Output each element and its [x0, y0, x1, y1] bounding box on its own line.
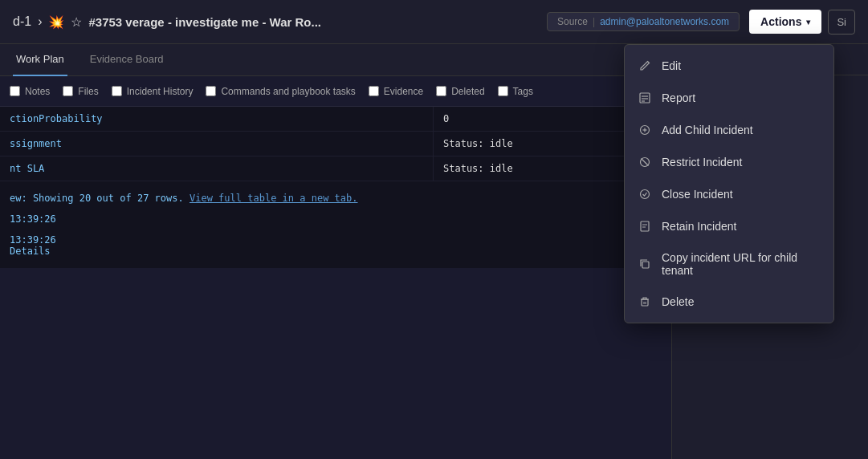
source-badge: Source | admin@paloaltonetworks.com	[547, 12, 740, 31]
copy-url-icon	[638, 257, 652, 271]
menu-item-restrict[interactable]: Restrict Incident	[625, 146, 833, 178]
tab-work-plan[interactable]: Work Plan	[13, 44, 67, 76]
filter-files-checkbox[interactable]	[63, 86, 73, 96]
delete-icon	[638, 294, 652, 309]
svg-point-9	[641, 190, 650, 199]
incident-icon: 💥	[48, 14, 64, 30]
menu-item-report[interactable]: Report	[625, 82, 833, 114]
table-cell-key: nt SLA	[0, 156, 434, 181]
source-label: Source	[557, 16, 588, 27]
menu-close-label: Close Incident	[662, 188, 733, 201]
source-value: admin@paloaltonetworks.com	[600, 16, 729, 27]
actions-button[interactable]: Actions ▾	[749, 10, 821, 34]
menu-retain-label: Retain Incident	[662, 220, 736, 233]
filter-commands-checkbox[interactable]	[206, 86, 216, 96]
dropdown-menu: Edit Report Add Child Incident Restrict …	[624, 44, 834, 323]
report-icon	[638, 91, 652, 105]
svg-rect-10	[641, 221, 649, 231]
svg-rect-13	[642, 262, 649, 268]
menu-copy-url-label: Copy incident URL for child tenant	[662, 251, 821, 277]
breadcrumb-id: d-1	[13, 14, 31, 29]
filter-notes[interactable]: Notes	[10, 86, 50, 97]
table-cell-val: Status: idle	[434, 132, 523, 156]
incident-title: #3753 verage - investigate me - War Ro..…	[88, 15, 321, 29]
filter-tags[interactable]: Tags	[498, 86, 533, 97]
tab-evidence-board[interactable]: Evidence Board	[87, 44, 167, 76]
menu-report-label: Report	[662, 91, 695, 104]
filter-tags-checkbox[interactable]	[498, 86, 508, 96]
menu-item-add-child[interactable]: Add Child Incident	[625, 114, 833, 146]
si-button[interactable]: Si	[828, 10, 855, 35]
breadcrumb-arrow: ›	[38, 14, 42, 29]
menu-item-delete[interactable]: Delete	[625, 286, 833, 318]
table-cell-val: Status: idle	[434, 156, 523, 181]
menu-item-close[interactable]: Close Incident	[625, 178, 833, 210]
retain-icon	[638, 219, 652, 234]
table-cell-val: 0	[434, 107, 458, 131]
filter-files[interactable]: Files	[63, 86, 98, 97]
menu-item-retain[interactable]: Retain Incident	[625, 210, 833, 242]
menu-add-child-label: Add Child Incident	[662, 124, 753, 136]
view-full-table-link[interactable]: View full table in a new tab.	[189, 193, 358, 204]
table-cell-key: ssignment	[0, 132, 434, 156]
edit-icon	[638, 59, 652, 73]
filter-incident-history-checkbox[interactable]	[112, 86, 122, 96]
chevron-down-icon: ▾	[806, 18, 810, 26]
menu-edit-label: Edit	[662, 59, 681, 72]
menu-restrict-label: Restrict Incident	[662, 156, 742, 169]
filter-evidence-checkbox[interactable]	[369, 86, 379, 96]
filter-deleted[interactable]: Deleted	[436, 86, 484, 97]
filter-evidence[interactable]: Evidence	[369, 86, 423, 97]
svg-rect-14	[642, 299, 648, 306]
breadcrumb-star[interactable]: ☆	[71, 14, 82, 30]
close-incident-icon	[638, 187, 652, 201]
menu-delete-label: Delete	[662, 295, 694, 308]
restrict-icon	[638, 155, 652, 169]
table-cell-key: ctionProbability	[0, 107, 434, 131]
filter-commands[interactable]: Commands and playbook tasks	[206, 86, 355, 97]
header: d-1 › 💥 ☆ #3753 verage - investigate me …	[0, 0, 868, 44]
svg-line-8	[642, 159, 649, 166]
filter-notes-checkbox[interactable]	[10, 86, 20, 96]
add-child-incident-icon	[638, 123, 652, 137]
filter-incident-history[interactable]: Incident History	[112, 86, 194, 97]
breadcrumb: d-1 › 💥 ☆ #3753 verage - investigate me …	[13, 14, 547, 30]
menu-item-copy-url[interactable]: Copy incident URL for child tenant	[625, 242, 833, 286]
filter-deleted-checkbox[interactable]	[436, 86, 446, 96]
menu-item-edit[interactable]: Edit	[625, 50, 833, 82]
